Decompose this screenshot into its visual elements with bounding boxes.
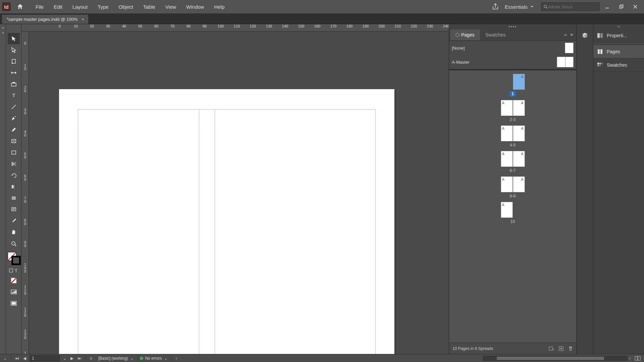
- document-canvas[interactable]: 0102030405060708090100110120130140150160…: [21, 24, 449, 354]
- note-tool[interactable]: [8, 204, 20, 215]
- horizontal-ruler[interactable]: 0102030405060708090100110120130140150160…: [21, 24, 449, 32]
- scissors-tool[interactable]: [8, 158, 20, 170]
- strip-close-icon[interactable]: ×: [0, 30, 6, 36]
- new-page-icon[interactable]: [559, 346, 564, 351]
- free-transform-tool[interactable]: [8, 170, 20, 181]
- first-page-icon[interactable]: ⏮: [13, 356, 21, 361]
- screen-mode-toggle[interactable]: [8, 298, 20, 309]
- eyedropper-tool[interactable]: [8, 215, 20, 227]
- gradient-feather-tool[interactable]: [8, 192, 20, 204]
- page-thumb[interactable]: A: [501, 202, 513, 218]
- fill-stroke-swatch[interactable]: [7, 251, 20, 266]
- stroke-swatch[interactable]: [12, 256, 20, 265]
- workspace-switcher[interactable]: Essentials: [501, 3, 537, 11]
- horizontal-scrollbar[interactable]: [483, 356, 627, 361]
- scrollbar-thumb[interactable]: [497, 357, 604, 360]
- prev-page-icon[interactable]: ◀: [21, 356, 28, 361]
- panel-menu-icon[interactable]: ≡: [570, 32, 573, 37]
- spread-item[interactable]: AA2-3: [449, 100, 576, 122]
- panel-collapse-grip[interactable]: ▪▪▪▪: [449, 24, 576, 29]
- direct-selection-tool[interactable]: [8, 44, 20, 56]
- next-page-icon[interactable]: ▶: [68, 356, 75, 361]
- hand-tool[interactable]: [8, 227, 20, 238]
- spread-item[interactable]: AA6-7: [449, 151, 576, 173]
- preflight-status-text[interactable]: No errors: [145, 356, 162, 361]
- split-view-icon[interactable]: [633, 356, 643, 361]
- master-a-row[interactable]: A-Master: [449, 55, 576, 69]
- page-thumb[interactable]: A: [501, 176, 513, 192]
- zoom-tool[interactable]: [8, 238, 20, 249]
- panel-collapse-icon[interactable]: ››: [564, 32, 567, 37]
- formatting-container-toggle[interactable]: T: [8, 266, 20, 275]
- edit-page-size-icon[interactable]: [549, 346, 554, 351]
- page-thumb[interactable]: A: [513, 176, 525, 192]
- window-minimize[interactable]: [600, 2, 614, 12]
- type-tool[interactable]: T: [8, 90, 20, 101]
- menu-window[interactable]: Window: [181, 2, 209, 12]
- scroll-right-icon[interactable]: ›: [627, 356, 633, 361]
- menu-layout[interactable]: Layout: [68, 2, 92, 12]
- pencil-tool[interactable]: [8, 124, 20, 135]
- tab-swatches[interactable]: Swatches: [480, 29, 511, 40]
- cc-libraries-icon[interactable]: [578, 29, 592, 42]
- menu-help[interactable]: Help: [209, 2, 229, 12]
- home-button[interactable]: [15, 1, 25, 12]
- preflight-profile[interactable]: [Basic] (working): [98, 356, 128, 361]
- gradient-swatch-tool[interactable]: [8, 181, 20, 192]
- page-thumb[interactable]: A: [513, 151, 525, 167]
- menu-view[interactable]: View: [161, 2, 181, 12]
- gap-tool[interactable]: [8, 67, 20, 78]
- spread-item[interactable]: AA8-9: [449, 176, 576, 198]
- delete-page-icon[interactable]: [568, 346, 573, 351]
- tab-pages[interactable]: Pages: [450, 29, 480, 40]
- page-thumb[interactable]: A: [501, 151, 513, 167]
- dock-swatches[interactable]: Swatches: [593, 58, 644, 72]
- collapsed-icon-dock: [576, 24, 593, 354]
- arrange-documents-icon[interactable]: ››: [0, 25, 6, 30]
- menu-type[interactable]: Type: [93, 2, 113, 12]
- rectangle-tool[interactable]: [8, 147, 20, 158]
- rectangle-frame-tool[interactable]: [8, 135, 20, 147]
- page-thumb[interactable]: A: [501, 100, 513, 116]
- spread-item[interactable]: A1: [449, 74, 576, 97]
- menu-table[interactable]: Table: [139, 2, 160, 12]
- page-number-field[interactable]: 1: [30, 355, 60, 361]
- stock-search-input[interactable]: [548, 4, 597, 9]
- scroll-left-icon[interactable]: ‹: [174, 356, 179, 361]
- page-thumb[interactable]: A: [513, 74, 525, 90]
- master-none-row[interactable]: [None]: [449, 41, 576, 55]
- view-mode-toggle[interactable]: [8, 286, 20, 298]
- stock-search[interactable]: [541, 2, 600, 11]
- line-tool[interactable]: [8, 101, 20, 113]
- menu-file[interactable]: File: [31, 2, 48, 12]
- vertical-ruler[interactable]: 0102030405060708090100110120130140150: [21, 32, 29, 354]
- document-tab-close[interactable]: ×: [82, 17, 84, 22]
- dock-pages[interactable]: Pages: [593, 45, 644, 58]
- pages-list[interactable]: A1AA2-3AA4-5AA6-7AA8-9A10: [449, 70, 576, 343]
- preflight-dropdown-icon[interactable]: ⌄: [162, 356, 169, 361]
- apply-none[interactable]: [8, 275, 20, 286]
- zoom-menu-icon[interactable]: ⌄: [1, 356, 9, 361]
- page-dropdown-icon[interactable]: ⌄: [61, 356, 68, 361]
- window-restore[interactable]: [614, 2, 628, 12]
- document-tab[interactable]: *sample master pages.indd @ 100% ×: [2, 15, 88, 24]
- window-close[interactable]: [629, 2, 642, 12]
- page-thumb[interactable]: A: [513, 100, 525, 116]
- menu-edit[interactable]: Edit: [49, 2, 67, 12]
- menu-object[interactable]: Object: [114, 2, 138, 12]
- right-dock-grip[interactable]: ‹‹: [593, 24, 644, 29]
- selection-tool[interactable]: [8, 33, 20, 44]
- pen-tool[interactable]: [8, 113, 20, 124]
- page-thumb[interactable]: A: [501, 125, 513, 141]
- share-button[interactable]: [490, 1, 501, 12]
- dock-properties[interactable]: Properti...: [593, 29, 644, 42]
- spread-item[interactable]: A10: [449, 202, 576, 224]
- page-thumb[interactable]: A: [513, 125, 525, 141]
- page-tool[interactable]: [8, 56, 20, 67]
- open-dialog-icon[interactable]: ⎋: [88, 356, 94, 361]
- profile-dropdown-icon[interactable]: ⌄: [128, 356, 136, 361]
- last-page-icon[interactable]: ⏭: [75, 356, 84, 361]
- page-spread[interactable]: [59, 89, 394, 354]
- spread-item[interactable]: AA4-5: [449, 125, 576, 147]
- content-collector-tool[interactable]: [8, 78, 20, 90]
